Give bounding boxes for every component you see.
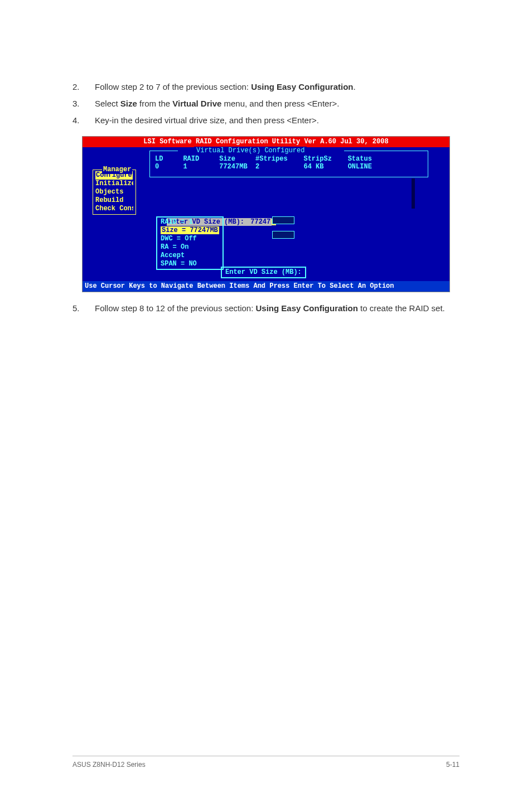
decorative-bar <box>272 216 294 224</box>
divider <box>412 178 415 209</box>
menu-rebuild[interactable]: Rebuild <box>95 196 133 205</box>
step-number: 2. <box>72 81 95 93</box>
step-4: 4. Key-in the desired virtual drive size… <box>72 114 460 127</box>
text: Check Consistency <box>95 205 133 212</box>
prop-size-selected: Size = 77247MB <box>161 226 219 234</box>
decorative-bar <box>272 231 294 239</box>
footer-left: ASUS Z8NH-D12 Series <box>72 761 146 769</box>
page-footer: ASUS Z8NH-D12 Series 5-11 <box>72 756 460 769</box>
step-3: 3. Select Size from the Virtual Drive me… <box>72 98 460 110</box>
bold-text: Using Easy Configuration <box>256 303 358 313</box>
text: Follow step 8 to 12 of the previous sect… <box>95 303 256 313</box>
text: menu, and then press <Enter>. <box>221 99 339 108</box>
prop-accept[interactable]: Accept <box>161 252 219 260</box>
properties-box: RAID = 1 Size = 77247MB DWC = Off RA = O… <box>156 216 224 270</box>
hint-box: Enter VD Size (MB): <box>221 267 306 278</box>
bold-text: Size <box>120 99 137 108</box>
table-headers: LD RAID Size #Stripes StripSz Status <box>155 155 372 163</box>
sidebar-label: Manager <box>102 166 132 174</box>
text: to create the RAID set. <box>358 303 445 313</box>
step-number: 4. <box>72 114 95 127</box>
footer-page-number: 5-11 <box>446 761 460 769</box>
bold-text: Using Easy Configuration <box>251 82 353 91</box>
bios-title: LSI Software RAID Configuration Utility … <box>83 137 449 147</box>
step-5: 5. Follow step 8 to 12 of the previous s… <box>72 302 460 315</box>
text: Select <box>95 99 120 108</box>
bios-screenshot: LSI Software RAID Configuration Utility … <box>82 136 450 292</box>
step-number: 3. <box>72 98 95 110</box>
bold-text: Virtual Drive <box>172 99 221 108</box>
step-body: Follow step 8 to 12 of the previous sect… <box>95 302 460 315</box>
text: . <box>354 82 356 91</box>
prop-ra[interactable]: RA = On <box>161 243 219 252</box>
text: Follow step 2 to 7 of the previous secti… <box>95 82 251 91</box>
bios-footer: Use Cursor Keys to Navigate Between Item… <box>83 281 449 292</box>
table-values: 0 1 77247MB 2 64 KB ONLINE <box>155 163 372 171</box>
menu-objects[interactable]: Objects <box>95 188 133 196</box>
step-body: Key-in the desired virtual drive size, a… <box>95 114 460 127</box>
prop-dwc[interactable]: DWC = Off <box>161 235 219 243</box>
menu-check[interactable]: Check Consistency <box>95 205 133 213</box>
step-2: 2. Follow step 2 to 7 of the previous se… <box>72 81 460 93</box>
step-body: Follow step 2 to 7 of the previous secti… <box>95 81 460 93</box>
prop-span[interactable]: SPAN = NO <box>161 260 219 268</box>
bios-body: Virtual Drive(s) Configured LD RAID Size… <box>83 147 449 281</box>
step-body: Select Size from the Virtual Drive menu,… <box>95 98 460 110</box>
input-value[interactable]: 77247 <box>249 218 272 226</box>
text: from the <box>137 99 172 108</box>
sidebar-menu: Manager Configure Initialize Objects Reb… <box>93 170 136 215</box>
menu-initialize[interactable]: Initialize <box>95 180 133 188</box>
step-number: 5. <box>72 302 95 315</box>
prop-size[interactable]: Size = 77247MB <box>161 226 219 235</box>
prop-raid[interactable]: RAID = 1 <box>161 218 219 226</box>
